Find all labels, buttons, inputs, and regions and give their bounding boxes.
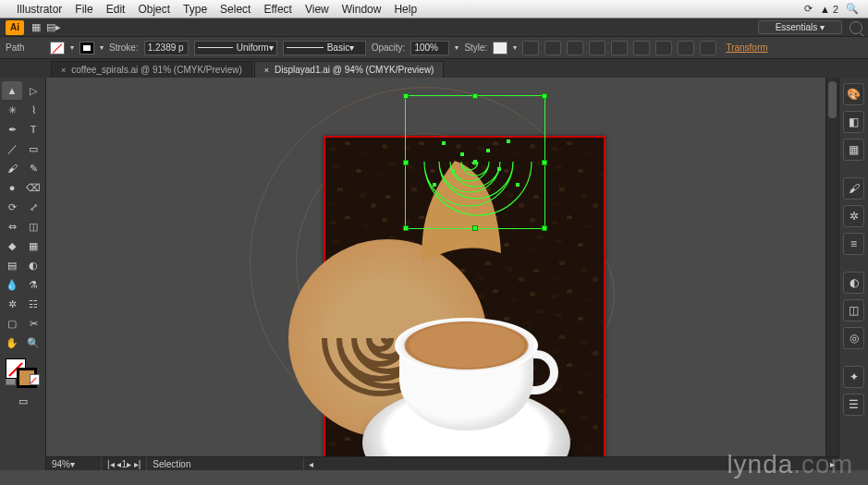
align-button-3[interactable] xyxy=(589,41,605,55)
close-icon[interactable]: × xyxy=(264,66,269,75)
fill-dropdown-icon[interactable]: ▾ xyxy=(70,43,74,52)
pen-tool[interactable]: ✒ xyxy=(2,120,22,139)
transform-panel-link[interactable]: Transform xyxy=(726,42,767,53)
scroll-left-icon[interactable]: ◂ xyxy=(304,459,317,469)
screen-mode-button[interactable]: ▭ xyxy=(2,392,43,410)
menu-select[interactable]: Select xyxy=(220,3,251,16)
graphic-styles-panel[interactable]: ✦ xyxy=(843,366,864,388)
stroke-panel[interactable]: ≡ xyxy=(843,233,864,255)
menu-window[interactable]: Window xyxy=(342,3,382,16)
tools-panel: ▲▷✳⌇✒T／▭🖌✎●⌫⟳⤢⇔◫◆▦▤◐💧⚗✲☷▢✂✋🔍▭ xyxy=(0,78,46,470)
search-icon[interactable] xyxy=(850,21,862,34)
variable-width-profile[interactable]: Uniform ▾ xyxy=(194,41,277,55)
stroke-dropdown-icon[interactable]: ▾ xyxy=(100,43,104,52)
stroke-weight-input[interactable] xyxy=(144,41,189,55)
lasso-tool[interactable]: ⌇ xyxy=(23,101,43,119)
tab-coffee-spirals[interactable]: × coffee_spirals.ai @ 91% (CMYK/Preview) xyxy=(51,61,252,78)
blob-brush-tool[interactable]: ● xyxy=(2,178,22,197)
align-button-8[interactable] xyxy=(700,41,716,55)
scale-tool[interactable]: ⤢ xyxy=(23,198,43,216)
transparency-panel[interactable]: ◫ xyxy=(843,299,864,321)
menu-file[interactable]: File xyxy=(75,3,92,16)
resize-handle[interactable] xyxy=(472,93,478,99)
eraser-tool[interactable]: ⌫ xyxy=(23,178,43,197)
workspace-switcher[interactable]: Essentials ▾ xyxy=(758,20,842,34)
spotlight-icon[interactable]: 🔍 xyxy=(846,3,859,15)
artboard-nav[interactable]: |◂ ◂ 1 ▸ ▸| xyxy=(102,457,147,470)
sync-icon[interactable]: ⟳ xyxy=(804,3,813,15)
align-button-6[interactable] xyxy=(655,41,672,55)
color-guide-panel[interactable]: ◧ xyxy=(843,111,864,133)
menu-edit[interactable]: Edit xyxy=(106,3,126,16)
hand-tool[interactable]: ✋ xyxy=(2,333,22,352)
resize-handle[interactable] xyxy=(403,160,409,165)
opacity-dropdown-icon[interactable]: ▾ xyxy=(455,43,458,52)
resize-handle[interactable] xyxy=(542,225,547,231)
artboard[interactable]: ➤ xyxy=(324,136,605,470)
menu-object[interactable]: Object xyxy=(138,3,170,16)
resize-handle[interactable] xyxy=(403,93,409,99)
opacity-input[interactable] xyxy=(410,41,449,55)
direct-selection-tool[interactable]: ▷ xyxy=(23,81,43,100)
resize-handle[interactable] xyxy=(472,225,478,231)
eyedropper-tool[interactable]: 💧 xyxy=(2,275,22,294)
align-button-5[interactable] xyxy=(633,41,650,55)
selection-bounding-box[interactable]: ➤ xyxy=(405,95,545,229)
symbols-panel[interactable]: ✲ xyxy=(843,205,864,227)
selection-tool[interactable]: ▲ xyxy=(2,81,22,100)
arrange-docs-icon[interactable]: ▤▸ xyxy=(46,21,61,33)
resize-handle[interactable] xyxy=(542,93,547,99)
type-tool[interactable]: T xyxy=(23,120,43,139)
layers-panel[interactable]: ☰ xyxy=(843,394,864,416)
style-dropdown-icon[interactable]: ▾ xyxy=(513,43,517,52)
canvas[interactable]: ➤ 94% ▾ |◂ ◂ 1 ▸ ▸| Selection ◂ ▸ xyxy=(46,78,838,470)
color-panel[interactable]: 🎨 xyxy=(843,83,864,105)
gradient-tool[interactable]: ◐ xyxy=(23,256,43,274)
vertical-scrollbar[interactable] xyxy=(825,78,838,456)
color-mode-none[interactable] xyxy=(30,374,40,385)
artboard-tool[interactable]: ▢ xyxy=(2,314,22,333)
menu-effect[interactable]: Effect xyxy=(263,3,291,16)
menu-type[interactable]: Type xyxy=(183,3,207,16)
rectangle-tool[interactable]: ▭ xyxy=(23,139,43,158)
free-transform-tool[interactable]: ◫ xyxy=(23,217,43,236)
rotate-tool[interactable]: ⟳ xyxy=(2,198,22,216)
appearance-panel[interactable]: ◎ xyxy=(843,327,864,349)
line-segment-tool[interactable]: ／ xyxy=(2,139,22,158)
column-graph-tool[interactable]: ☷ xyxy=(23,295,43,313)
menu-help[interactable]: Help xyxy=(394,3,417,16)
brushes-panel[interactable]: 🖌 xyxy=(843,177,864,200)
close-icon[interactable]: × xyxy=(61,66,66,75)
coffee-cup[interactable] xyxy=(395,318,538,438)
width-tool[interactable]: ⇔ xyxy=(2,217,22,236)
gradient-panel[interactable]: ◐ xyxy=(843,272,864,294)
swatches-panel[interactable]: ▦ xyxy=(843,139,864,161)
paintbrush-tool[interactable]: 🖌 xyxy=(2,159,22,177)
magic-wand-tool[interactable]: ✳ xyxy=(2,101,22,119)
graphic-style-swatch[interactable] xyxy=(493,42,507,55)
slice-tool[interactable]: ✂ xyxy=(23,314,43,333)
scrollbar-thumb[interactable] xyxy=(828,81,837,118)
resize-handle[interactable] xyxy=(542,160,547,165)
recolor-artwork-icon[interactable] xyxy=(522,41,539,55)
resize-handle[interactable] xyxy=(403,225,409,231)
pencil-tool[interactable]: ✎ xyxy=(23,159,43,177)
align-button-2[interactable] xyxy=(567,41,583,55)
stroke-swatch[interactable] xyxy=(79,42,94,55)
zoom-tool[interactable]: 🔍 xyxy=(23,333,43,352)
fill-swatch[interactable] xyxy=(50,42,65,55)
align-button-4[interactable] xyxy=(611,41,628,55)
align-button-7[interactable] xyxy=(678,41,694,55)
align-button-1[interactable] xyxy=(544,41,561,55)
perspective-grid-tool[interactable]: ▦ xyxy=(23,236,43,255)
menu-view[interactable]: View xyxy=(305,3,329,16)
shape-builder-tool[interactable]: ◆ xyxy=(2,236,22,255)
brush-definition[interactable]: Basic ▾ xyxy=(283,41,366,55)
bridge-icon[interactable]: ▦ xyxy=(31,21,41,33)
zoom-level[interactable]: 94% ▾ xyxy=(46,457,102,470)
menu-illustrator[interactable]: Illustrator xyxy=(17,3,62,16)
blend-tool[interactable]: ⚗ xyxy=(23,275,43,294)
symbol-sprayer-tool[interactable]: ✲ xyxy=(2,295,22,313)
tab-displayad1[interactable]: × Displayad1.ai @ 94% (CMYK/Preview) xyxy=(254,61,445,78)
mesh-tool[interactable]: ▤ xyxy=(2,256,22,274)
